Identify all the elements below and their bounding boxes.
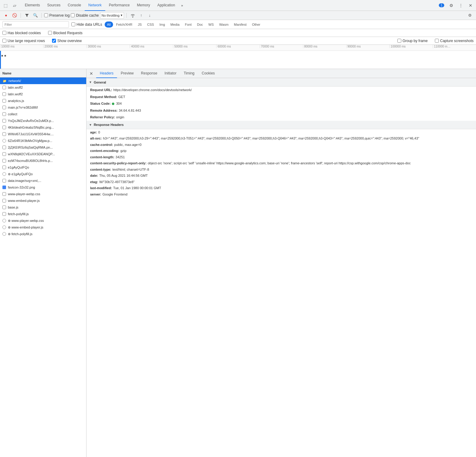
file-checkbox-latin1[interactable] (2, 86, 6, 89)
file-item-wwxl[interactable]: WWxl67JuU1GXvW3S54Hw.... (0, 131, 86, 137)
detail-tab-timing[interactable]: Timing (180, 69, 198, 78)
disable-cache-checkbox[interactable] (71, 13, 75, 17)
file-item-wxn8[interactable]: wXN8qM2CVEuXXSDEANQP... (0, 151, 86, 157)
file-item-mainjs[interactable]: main.js?v=e382d86f (0, 104, 86, 111)
file-checkbox-wwembed-js[interactable] (2, 199, 6, 202)
tab-sources[interactable]: Sources (44, 0, 64, 11)
file-checkbox-e1gay1[interactable] (2, 166, 6, 169)
timeline[interactable]: 10000 ms 20000 ms 30000 ms 40000 ms 5000… (0, 45, 476, 69)
file-checkbox-latin2[interactable] (2, 92, 6, 96)
file-checkbox-ezm74[interactable] (2, 159, 6, 163)
filter-type-fetch[interactable]: Fetch/XHR (114, 21, 135, 28)
device-icon[interactable]: ▱ (10, 1, 19, 10)
stop-button[interactable]: 🚫 (11, 12, 18, 19)
throttle-select[interactable]: No throttling ▾ (100, 12, 124, 19)
disable-cache-label[interactable]: Disable cache (71, 13, 99, 18)
preserve-log-checkbox[interactable] (44, 13, 48, 17)
group-by-frame-label[interactable]: Group by frame (397, 39, 428, 43)
detail-tab-cookies[interactable]: Cookies (198, 69, 218, 78)
detail-tab-preview[interactable]: Preview (117, 69, 137, 78)
capture-screenshots-checkbox[interactable] (435, 39, 439, 43)
filter-type-ws[interactable]: WS (206, 21, 216, 28)
capture-screenshots-label[interactable]: Capture screenshots (435, 39, 474, 43)
file-item-e1gay2[interactable]: ⊛ e1gAyQuIFQo (0, 171, 86, 177)
large-rows-checkbox[interactable] (2, 39, 6, 43)
has-blocked-cookies-label[interactable]: Has blocked cookies (2, 31, 41, 35)
filter-type-font[interactable]: Font (183, 21, 194, 28)
upload-icon[interactable]: ↑ (138, 12, 145, 19)
response-headers-section-header[interactable]: ▼ Response Headers (86, 121, 476, 129)
tab-application[interactable]: Application (154, 0, 179, 11)
filter-type-css[interactable]: CSS (145, 21, 157, 28)
filter-type-js[interactable]: JS (135, 21, 144, 28)
file-checkbox-4kb[interactable] (2, 126, 6, 129)
more-tabs-button[interactable]: » (179, 0, 185, 11)
file-item-fetchpolyfill-blocked[interactable]: ⊛ fetch-polyfill.js (0, 231, 86, 237)
download-icon[interactable]: ↓ (146, 12, 153, 19)
filter-type-other[interactable]: Other (249, 21, 263, 28)
file-item-analytics[interactable]: analytics.js (0, 97, 86, 104)
file-checkbox-2jzj[interactable] (2, 146, 6, 149)
show-overview-checkbox[interactable] (52, 39, 56, 43)
file-checkbox-analytics[interactable] (2, 99, 6, 103)
detail-tab-initiator[interactable]: Initiator (161, 69, 180, 78)
file-item-e1gay1[interactable]: e1gAyQuIFQo (0, 164, 86, 171)
feedback-button[interactable]: 1 (437, 1, 446, 10)
file-checkbox-fetchpolyfill[interactable] (2, 212, 6, 216)
menu-button[interactable]: ⋮ (457, 1, 465, 10)
file-checkbox-wxn8[interactable] (2, 152, 6, 156)
tab-console[interactable]: Console (64, 0, 85, 11)
search-button[interactable]: 🔍 (32, 12, 39, 19)
detail-tab-headers[interactable]: Headers (96, 69, 117, 78)
preserve-log-label[interactable]: Preserve log (44, 13, 70, 18)
wifi-icon[interactable] (129, 12, 136, 19)
file-checkbox-mainjs[interactable] (2, 106, 6, 109)
hide-data-urls-checkbox[interactable] (71, 22, 75, 26)
file-checkbox-wwxl[interactable] (2, 132, 6, 136)
tab-memory[interactable]: Memory (133, 0, 154, 11)
filter-type-doc[interactable]: Doc (195, 21, 206, 28)
general-section-header[interactable]: ▼ General (86, 78, 476, 87)
record-button[interactable]: ● (2, 12, 10, 19)
settings-button[interactable]: ⚙ (447, 1, 455, 10)
tab-elements[interactable]: Elements (21, 0, 44, 11)
file-item-basejs[interactable]: base.js (0, 204, 86, 211)
detail-tab-response[interactable]: Response (137, 69, 161, 78)
file-checkbox-ysqo[interactable] (2, 119, 6, 123)
filter-button[interactable] (23, 12, 31, 19)
file-item-2jzj[interactable]: 2jZjKEtRSz6qSatQqRMA.pn... (0, 144, 86, 151)
file-item-wwembed-js-blocked[interactable]: ⊛ www-embed-player.js (0, 224, 86, 231)
group-by-frame-checkbox[interactable] (397, 39, 401, 43)
file-item-wwembed-js[interactable]: www-embed-player.js (0, 197, 86, 204)
file-checkbox-collect[interactable] (2, 112, 6, 116)
show-overview-label[interactable]: Show overview (52, 39, 82, 43)
file-item-collect[interactable]: collect (0, 111, 86, 117)
file-item-network[interactable]: 📁 network/ (0, 77, 86, 84)
file-checkbox-basejs[interactable] (2, 205, 6, 209)
file-item-ysqo[interactable]: YsQoJMZxnAvRvOe2uMDt.p... (0, 117, 86, 124)
filter-type-all[interactable]: All (105, 21, 113, 28)
network-settings-icon[interactable]: ⚙ (466, 12, 474, 19)
blocked-requests-checkbox[interactable] (48, 31, 52, 35)
file-checkbox-datasvg[interactable] (2, 179, 6, 182)
filter-input[interactable] (2, 21, 69, 28)
file-item-latin2[interactable]: latin.woff2 (0, 91, 86, 97)
hide-data-urls-label[interactable]: Hide data URLs (71, 22, 102, 27)
file-item-ezm74[interactable]: ezM74scmuBU68IOL8hHs.p... (0, 157, 86, 164)
detail-close-button[interactable]: ✕ (88, 70, 95, 77)
tab-performance[interactable]: Performance (105, 0, 133, 11)
filter-type-img[interactable]: Img (157, 21, 167, 28)
blocked-requests-label[interactable]: Blocked Requests (48, 31, 83, 35)
filter-type-media[interactable]: Media (168, 21, 182, 28)
filter-type-wasm[interactable]: Wasm (217, 21, 231, 28)
cursor-icon[interactable]: ⬚ (1, 1, 10, 10)
tab-network[interactable]: Network (85, 0, 105, 11)
file-item-favicon[interactable]: favicon-32x32.png (0, 184, 86, 191)
file-item-datasvg[interactable]: data:image/svg+xml,... (0, 177, 86, 184)
file-item-4kb[interactable]: 4KbIdeahGnkabzSNqBic.png... (0, 124, 86, 131)
file-item-wwplayer-css-blocked[interactable]: ⊛ www-player-webp.css (0, 217, 86, 224)
file-item-wwplayer-css[interactable]: www-player-webp.css (0, 191, 86, 197)
file-item-6zix[interactable]: 6Zix64R1K9bMxOVgMjpw.p... (0, 137, 86, 144)
file-item-fetchpolyfill[interactable]: fetch-polyfill.js (0, 211, 86, 217)
filter-type-manifest[interactable]: Manifest (232, 21, 249, 28)
